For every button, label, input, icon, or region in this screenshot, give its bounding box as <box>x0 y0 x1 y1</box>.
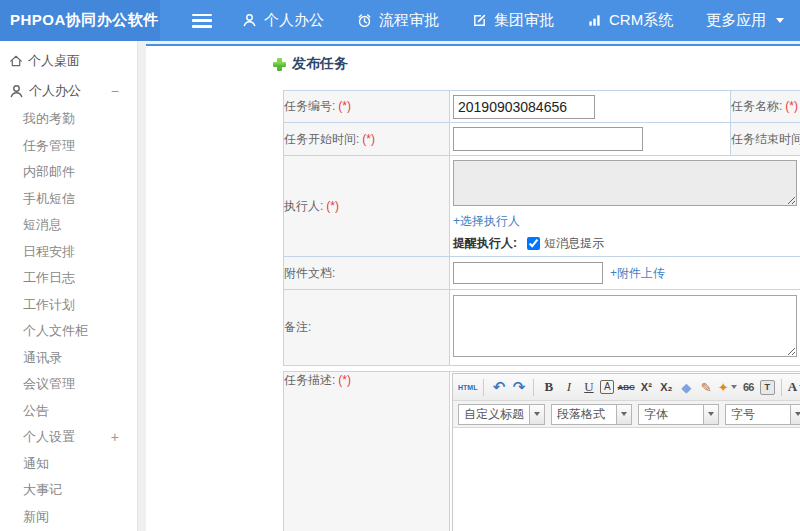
executor-textarea[interactable] <box>453 160 797 206</box>
strikethrough-icon[interactable]: ABC <box>617 378 634 397</box>
underline-icon[interactable]: U <box>580 378 597 397</box>
italic-icon[interactable]: I <box>560 378 577 397</box>
start-time-label: 任务开始时间: <box>284 132 359 146</box>
sidebar-item-label: 个人设置 <box>23 428 75 446</box>
custom-title-select[interactable]: 自定义标题 <box>458 404 545 425</box>
sms-remind-label: 短消息提示 <box>544 235 604 252</box>
toolbar-separator <box>533 379 534 396</box>
source-code-icon[interactable]: HTML <box>458 378 477 397</box>
caret-down-icon[interactable] <box>616 405 631 424</box>
sidebar-item-personal-desktop[interactable]: 个人桌面 <box>0 46 137 76</box>
nav-item-workflow-approval[interactable]: 流程审批 <box>357 11 439 30</box>
sidebar-menu: 个人桌面个人办公−我的考勤任务管理内部邮件手机短信短消息日程安排工作日志工作计划… <box>0 41 137 531</box>
eraser-icon[interactable]: ◆ <box>678 378 695 397</box>
sidebar-item-meeting-management[interactable]: 会议管理 <box>0 371 137 398</box>
required-marker: (*) <box>338 99 351 113</box>
clock-icon <box>357 13 372 28</box>
sidebar-item-schedule[interactable]: 日程安排 <box>0 239 137 266</box>
superscript-icon[interactable]: X² <box>638 378 655 397</box>
end-time-label: 任务结束时间: <box>731 132 800 146</box>
sidebar-item-news[interactable]: 新闻 <box>0 504 137 531</box>
sidebar-item-my-attendance[interactable]: 我的考勤 <box>0 106 137 133</box>
sidebar-item-work-plan[interactable]: 工作计划 <box>0 292 137 319</box>
nav-item-label: 个人办公 <box>264 11 324 30</box>
sidebar-item-personal-settings[interactable]: 个人设置+ <box>0 424 137 451</box>
caret-down-icon[interactable] <box>703 405 718 424</box>
user-icon <box>242 13 257 28</box>
caret-down-icon[interactable] <box>790 405 800 424</box>
sidebar-item-mobile-sms[interactable]: 手机短信 <box>0 186 137 213</box>
nav-item-label: 集团审批 <box>494 11 554 30</box>
dropdown-label: 自定义标题 <box>459 405 529 424</box>
task-name-label: 任务名称: <box>731 99 782 113</box>
nav-item-personal-office[interactable]: 个人办公 <box>242 11 324 30</box>
nav-item-crm-system[interactable]: CRM系统 <box>587 11 673 30</box>
sms-remind-checkbox[interactable] <box>527 237 540 250</box>
caret-down-icon[interactable] <box>529 405 544 424</box>
blockquote-icon[interactable]: 66 <box>740 378 757 397</box>
top-nav: 个人办公流程审批集团审批CRM系统更多应用 <box>242 11 784 30</box>
sidebar-item-announcement[interactable]: 公告 <box>0 398 137 425</box>
attachment-input[interactable] <box>453 262 603 284</box>
paste-icon[interactable]: T <box>760 380 775 395</box>
collapse-icon[interactable]: − <box>111 83 119 99</box>
sidebar-item-personal-file-cabinet[interactable]: 个人文件柜 <box>0 318 137 345</box>
font-size-select[interactable]: 字号 <box>725 404 800 425</box>
sidebar-item-major-events[interactable]: 大事记 <box>0 477 137 504</box>
publish-task-form: 任务编号:(*) 任务名称:(*) 任务开始时间:(*) 任务结束时间 <box>283 90 800 531</box>
sidebar-item-internal-mail[interactable]: 内部邮件 <box>0 159 137 186</box>
caret-down-icon <box>731 385 737 389</box>
edit-icon <box>472 13 487 28</box>
start-time-input[interactable] <box>453 127 643 151</box>
remark-label: 备注: <box>284 320 311 334</box>
executor-label-cell: 执行人:(*) <box>284 156 450 257</box>
sidebar: 个人桌面个人办公−我的考勤任务管理内部邮件手机短信短消息日程安排工作日志工作计划… <box>0 41 138 531</box>
remind-executor-label: 提醒执行人: <box>453 235 517 252</box>
bar-chart-icon <box>587 13 602 28</box>
sidebar-item-short-message[interactable]: 短消息 <box>0 212 137 239</box>
sidebar-item-label: 工作计划 <box>23 296 75 314</box>
user-icon <box>9 84 24 99</box>
sidebar-item-label: 内部邮件 <box>23 163 75 181</box>
font-family-select[interactable]: 字体 <box>638 404 719 425</box>
paragraph-format-select[interactable]: 段落格式 <box>551 404 632 425</box>
sidebar-item-contacts[interactable]: 通讯录 <box>0 345 137 372</box>
caret-down-icon <box>776 18 784 23</box>
remark-textarea[interactable] <box>453 295 797 357</box>
magic-wand-icon[interactable]: ✦ <box>718 378 737 397</box>
undo-icon[interactable]: ↶ <box>490 378 507 397</box>
subscript-icon[interactable]: X₂ <box>658 378 675 397</box>
sidebar-item-label: 个人桌面 <box>28 52 80 70</box>
main-content: 发布任务 任务编号:(*) 任务名称:(*) 任务开始时间:(*) <box>146 44 800 531</box>
bold-icon[interactable]: B <box>540 378 557 397</box>
editor-content-area[interactable] <box>453 428 800 531</box>
select-executor-link[interactable]: +选择执行人 <box>453 214 520 228</box>
attachment-upload-link[interactable]: +附件上传 <box>610 265 665 282</box>
sidebar-item-label: 通讯录 <box>23 349 62 367</box>
char-border-icon[interactable]: A <box>600 380 614 394</box>
redo-icon[interactable]: ↷ <box>510 378 527 397</box>
sidebar-item-task-management[interactable]: 任务管理 <box>0 133 137 160</box>
nav-item-group-approval[interactable]: 集团审批 <box>472 11 554 30</box>
required-marker: (*) <box>362 132 375 146</box>
required-marker: (*) <box>326 199 339 213</box>
nav-item-more-apps[interactable]: 更多应用 <box>706 11 784 30</box>
required-marker: (*) <box>338 373 351 387</box>
task-no-input[interactable] <box>453 95 595 119</box>
sidebar-item-notifications[interactable]: 通知 <box>0 451 137 478</box>
format-brush-icon[interactable]: ✎ <box>698 378 715 397</box>
sidebar-item-personal-office[interactable]: 个人办公− <box>0 76 137 106</box>
sidebar-item-label: 任务管理 <box>23 137 75 155</box>
required-marker: (*) <box>785 99 798 113</box>
font-color-icon[interactable]: A <box>788 378 800 397</box>
sidebar-item-label: 手机短信 <box>23 190 75 208</box>
task-name-label-cell: 任务名称:(*) <box>731 91 800 123</box>
sidebar-item-label: 通知 <box>23 455 49 473</box>
sidebar-item-work-log[interactable]: 工作日志 <box>0 265 137 292</box>
sidebar-item-label: 个人文件柜 <box>23 322 88 340</box>
hamburger-menu-icon[interactable] <box>192 14 212 28</box>
expand-icon[interactable]: + <box>111 429 119 445</box>
editor-toolbar-row2: 自定义标题段落格式字体字号≡≡≡≡ <box>453 401 800 428</box>
dropdown-label: 段落格式 <box>552 405 616 424</box>
toolbar-separator <box>781 379 782 396</box>
